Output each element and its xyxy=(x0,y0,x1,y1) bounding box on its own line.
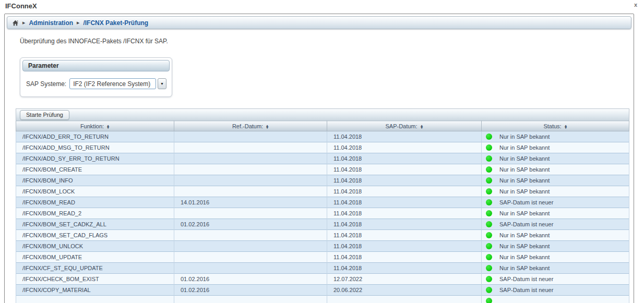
cell-ref-datum xyxy=(174,186,327,197)
sort-icon[interactable]: ▲▼ xyxy=(564,125,567,129)
cell-sap-datum: 11.04.2018 xyxy=(327,263,482,274)
cell-ref-datum: 14.01.2016 xyxy=(174,197,327,208)
cell-status: Nur in SAP bekannt xyxy=(482,252,629,263)
status-ok-icon xyxy=(486,287,492,293)
column-header-label: Status: xyxy=(543,123,561,129)
status-text: SAP-Datum ist neuer xyxy=(499,276,553,282)
cell-status: Nur in SAP bekannt xyxy=(482,263,629,274)
chevron-down-icon: ▼ xyxy=(160,82,164,86)
cell-ref-datum: 01.02.2016 xyxy=(174,219,327,230)
main-panel: ▶ Administration ▶ /IFCNX Paket-Prüfung … xyxy=(4,14,634,303)
table-row[interactable]: /IFCNX/BOM_CREATE11.04.2018Nur in SAP be… xyxy=(16,164,629,175)
table-row[interactable]: /IFCNX/ADD_ERR_TO_RETURN11.04.2018Nur in… xyxy=(16,131,629,142)
status-text: Nur in SAP bekannt xyxy=(499,210,550,216)
status-ok-icon xyxy=(486,144,492,151)
table-row[interactable]: /IFCNX/CHECK_BOM_EXIST01.02.201612.07.20… xyxy=(16,274,629,285)
status-text: Nur in SAP bekannt xyxy=(499,232,550,238)
status-ok-icon xyxy=(486,188,492,195)
breadcrumb-separator-icon: ▶ xyxy=(77,20,79,25)
table-row[interactable]: /IFCNX/BOM_LOCK11.04.2018Nur in SAP beka… xyxy=(16,186,629,197)
cell-sap-datum: 11.04.2018 xyxy=(327,208,482,219)
breadcrumb-separator-icon: ▶ xyxy=(22,20,25,25)
cell-funktion: /IFCNX/ADD_MSG_TO_RETURN xyxy=(16,142,174,153)
status-text: SAP-Datum ist neuer xyxy=(499,221,553,227)
cell-ref-datum xyxy=(174,175,327,186)
cell-funktion: /IFCNX/BOM_UNLOCK xyxy=(16,241,174,252)
table-row[interactable]: /IFCNX/CF_ST_EQU_UPDATE11.04.2018Nur in … xyxy=(16,263,629,274)
page-description: Überprüfung des INNOFACE-Pakets /IFCNX f… xyxy=(20,38,629,45)
cell-ref-datum xyxy=(174,208,327,219)
sort-icon[interactable]: ▲▼ xyxy=(106,125,110,129)
cell-sap-datum: 11.04.2018 xyxy=(327,153,482,164)
cell-sap-datum: 11.04.2018 xyxy=(327,175,482,186)
cell-sap-datum xyxy=(327,296,482,303)
status-text: Nur in SAP bekannt xyxy=(499,265,550,271)
close-icon[interactable]: x xyxy=(634,2,637,8)
cell-funktion: /IFCNX/BOM_UPDATE xyxy=(16,252,174,263)
parameter-panel-body: SAP Systeme: IF2 (IF2 Reference System) … xyxy=(22,71,170,94)
table-toolbar: Starte Prüfung xyxy=(16,108,629,120)
status-ok-icon xyxy=(486,210,492,216)
sort-icon[interactable]: ▲▼ xyxy=(420,125,423,129)
table-row[interactable]: /IFCNX/COPY_MATERIAL01.02.201620.06.2022… xyxy=(16,285,629,296)
page-content: Überprüfung des INNOFACE-Pakets /IFCNX f… xyxy=(16,38,629,303)
cell-status: Nur in SAP bekannt xyxy=(482,131,629,142)
column-header-funktion[interactable]: Funktion:▲▼ xyxy=(16,121,174,131)
table-row[interactable]: /IFCNX/BOM_READ14.01.201611.04.2018SAP-D… xyxy=(16,197,629,208)
cell-sap-datum: 11.04.2018 xyxy=(327,197,482,208)
table-row[interactable]: /IFCNX/BOM_UNLOCK11.04.2018Nur in SAP be… xyxy=(16,241,629,252)
check-results-section: Starte Prüfung Funktion:▲▼ Ref.-Datum:▲▼… xyxy=(16,108,629,303)
table-row[interactable]: /IFCNX/ADD_MSG_TO_RETURN11.04.2018Nur in… xyxy=(16,142,629,153)
sap-systems-select[interactable]: IF2 (IF2 Reference System) xyxy=(69,78,156,89)
cell-funktion: /IFCNX/CHECK_BOM_EXIST xyxy=(16,274,174,285)
status-ok-icon xyxy=(486,199,492,205)
cell-funktion: /IFCNX/BOM_INFO xyxy=(16,175,174,186)
breadcrumb-item-paket-pruefung[interactable]: /IFCNX Paket-Prüfung xyxy=(83,19,148,27)
home-icon[interactable] xyxy=(12,20,19,26)
breadcrumb-item-administration[interactable]: Administration xyxy=(29,19,73,27)
app-title: IFConneX xyxy=(5,2,37,10)
cell-sap-datum: 20.06.2022 xyxy=(327,285,482,296)
column-header-label: Ref.-Datum: xyxy=(232,123,263,129)
cell-sap-datum: 12.07.2022 xyxy=(327,274,482,285)
column-header-sap-datum[interactable]: SAP-Datum:▲▼ xyxy=(327,121,482,131)
status-text: Nur in SAP bekannt xyxy=(499,188,550,195)
cell-status: Nur in SAP bekannt xyxy=(482,142,629,153)
table-row[interactable]: /IFCNX/BOM_READ_211.04.2018Nur in SAP be… xyxy=(16,208,629,219)
status-ok-icon xyxy=(486,254,492,260)
table-row[interactable]: /IFCNX/BOM_SET_CAD_FLAGS11.04.2018Nur in… xyxy=(16,230,629,241)
status-ok-icon xyxy=(486,166,492,173)
cell-funktion: /IFCNX/CF_ST_EQU_UPDATE xyxy=(16,263,174,274)
table-row[interactable]: /IFCNX/BOM_UPDATE11.04.2018Nur in SAP be… xyxy=(16,252,629,263)
status-ok-icon xyxy=(486,134,492,140)
cell-funktion xyxy=(16,296,174,303)
status-text: Nur in SAP bekannt xyxy=(499,144,550,151)
cell-status: Nur in SAP bekannt xyxy=(482,175,629,186)
column-header-status[interactable]: Status:▲▼ xyxy=(482,121,629,131)
start-check-button[interactable]: Starte Prüfung xyxy=(20,110,69,120)
cell-ref-datum xyxy=(174,164,327,175)
column-header-ref-datum[interactable]: Ref.-Datum:▲▼ xyxy=(174,121,327,131)
cell-ref-datum xyxy=(174,296,327,303)
cell-ref-datum xyxy=(174,153,327,164)
cell-sap-datum: 11.04.2018 xyxy=(327,164,482,175)
cell-status: SAP-Datum ist neuer xyxy=(482,197,629,208)
table-row[interactable]: /IFCNX/BOM_INFO11.04.2018Nur in SAP beka… xyxy=(16,175,629,186)
status-text: Nur in SAP bekannt xyxy=(499,254,550,260)
cell-funktion: /IFCNX/ADD_ERR_TO_RETURN xyxy=(16,131,174,142)
sap-systems-dropdown-button[interactable]: ▼ xyxy=(158,78,166,89)
table-row[interactable] xyxy=(16,296,629,303)
table-row[interactable]: /IFCNX/BOM_SET_CADKZ_ALL01.02.201611.04.… xyxy=(16,219,629,230)
status-ok-icon xyxy=(486,221,492,227)
table-row[interactable]: /IFCNX/ADD_SY_ERR_TO_RETURN11.04.2018Nur… xyxy=(16,153,629,164)
cell-funktion: /IFCNX/BOM_READ_2 xyxy=(16,208,174,219)
status-ok-icon xyxy=(486,243,492,249)
table-header-row: Funktion:▲▼ Ref.-Datum:▲▼ SAP-Datum:▲▼ S… xyxy=(16,121,629,131)
sort-icon[interactable]: ▲▼ xyxy=(266,125,269,129)
status-text: Nur in SAP bekannt xyxy=(499,155,550,162)
cell-funktion: /IFCNX/COPY_MATERIAL xyxy=(16,285,174,296)
cell-status: Nur in SAP bekannt xyxy=(482,230,629,241)
status-ok-icon xyxy=(486,155,492,162)
status-text: Nur in SAP bekannt xyxy=(499,166,550,173)
status-ok-icon xyxy=(486,276,492,282)
